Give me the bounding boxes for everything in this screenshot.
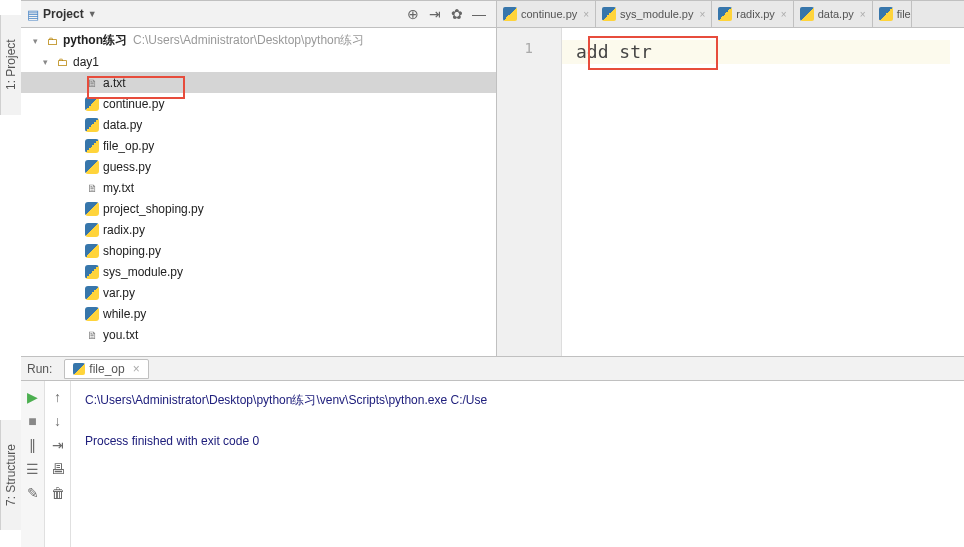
- console-panel: ▶ ■ ‖ ☰ ✎ ↑ ↓ ⇥ 🖶 🗑 C:\Users\Administrat…: [21, 381, 964, 547]
- project-icon: ▤: [27, 7, 39, 22]
- project-header: ▤ Project ▼ ⊕ ⇥ ✿ —: [21, 0, 496, 28]
- file-name: data.py: [103, 118, 142, 132]
- wrap-icon[interactable]: ⇥: [45, 433, 70, 457]
- project-panel: ▤ Project ▼ ⊕ ⇥ ✿ — ▾🗀python练习C:\Users\A…: [21, 0, 497, 356]
- tree-row-guess.py[interactable]: guess.py: [21, 156, 496, 177]
- tab-label: data.py: [818, 8, 854, 20]
- console-controls-left: ▶ ■ ‖ ☰ ✎: [21, 381, 45, 547]
- run-toolbar: Run: file_op ×: [21, 357, 964, 381]
- tree-row-sys_module.py[interactable]: sys_module.py: [21, 261, 496, 282]
- python-icon: [84, 201, 100, 217]
- project-tree[interactable]: ▾🗀python练习C:\Users\Administrator\Desktop…: [21, 28, 496, 356]
- tree-row-file_op.py[interactable]: file_op.py: [21, 135, 496, 156]
- tree-row-python练习[interactable]: ▾🗀python练习C:\Users\Administrator\Desktop…: [21, 30, 496, 51]
- file-name: sys_module.py: [103, 265, 183, 279]
- stop-icon[interactable]: ■: [21, 409, 44, 433]
- file-icon: 🗎: [84, 75, 100, 91]
- trash-icon[interactable]: 🗑: [45, 481, 70, 505]
- twisty-icon[interactable]: ▾: [29, 36, 41, 46]
- tree-row-my.txt[interactable]: 🗎my.txt: [21, 177, 496, 198]
- file-name: shoping.py: [103, 244, 161, 258]
- tree-row-day1[interactable]: ▾🗀day1: [21, 51, 496, 72]
- gutter: 1: [497, 28, 562, 356]
- collapse-icon[interactable]: ⇥: [424, 3, 446, 25]
- hide-icon[interactable]: —: [468, 3, 490, 25]
- chevron-down-icon[interactable]: ▼: [88, 9, 97, 19]
- file-name: file_op.py: [103, 139, 154, 153]
- tree-row-data.py[interactable]: data.py: [21, 114, 496, 135]
- close-icon[interactable]: ×: [133, 362, 140, 376]
- tree-row-continue.py[interactable]: continue.py: [21, 93, 496, 114]
- tree-row-you.txt[interactable]: 🗎you.txt: [21, 324, 496, 345]
- file-name: continue.py: [103, 97, 164, 111]
- close-icon[interactable]: ×: [860, 9, 866, 20]
- folder-icon: 🗀: [44, 33, 60, 49]
- tab-continue-py[interactable]: continue.py×: [497, 1, 596, 27]
- sidetab-project[interactable]: 1: Project: [0, 15, 21, 115]
- python-icon: [84, 243, 100, 259]
- file-name: a.txt: [103, 76, 126, 90]
- python-icon: [718, 7, 732, 21]
- file-icon: 🗎: [84, 180, 100, 196]
- output-line: Process finished with exit code 0: [85, 432, 950, 451]
- python-icon: [84, 96, 100, 112]
- file-name: var.py: [103, 286, 135, 300]
- close-icon[interactable]: ×: [781, 9, 787, 20]
- output-line: C:\Users\Administrator\Desktop\python练习\…: [85, 391, 950, 410]
- file-name: guess.py: [103, 160, 151, 174]
- file-icon: 🗎: [84, 327, 100, 343]
- gear-icon[interactable]: ✿: [446, 3, 468, 25]
- file-name: my.txt: [103, 181, 134, 195]
- tab-sys_module-py[interactable]: sys_module.py×: [596, 1, 712, 27]
- run-tab[interactable]: file_op ×: [64, 359, 148, 379]
- file-name: while.py: [103, 307, 146, 321]
- file-name: day1: [73, 55, 99, 69]
- file-name: python练习: [63, 32, 127, 49]
- file-name: project_shoping.py: [103, 202, 204, 216]
- close-icon[interactable]: ×: [583, 9, 589, 20]
- tab-label: file: [897, 8, 911, 20]
- close-icon[interactable]: ×: [699, 9, 705, 20]
- down-icon[interactable]: ↓: [45, 409, 70, 433]
- python-icon: [602, 7, 616, 21]
- tree-row-while.py[interactable]: while.py: [21, 303, 496, 324]
- python-icon: [84, 222, 100, 238]
- console-output[interactable]: C:\Users\Administrator\Desktop\python练习\…: [71, 381, 964, 547]
- play-icon[interactable]: ▶: [21, 385, 44, 409]
- folder-icon: 🗀: [54, 54, 70, 70]
- frames-icon[interactable]: ☰: [21, 457, 44, 481]
- tree-row-project_shoping.py[interactable]: project_shoping.py: [21, 198, 496, 219]
- python-icon: [84, 138, 100, 154]
- editor-area[interactable]: 1 add str: [497, 28, 964, 356]
- python-icon: [73, 363, 85, 375]
- tab-file[interactable]: file: [873, 1, 912, 27]
- up-icon[interactable]: ↑: [45, 385, 70, 409]
- tree-row-shoping.py[interactable]: shoping.py: [21, 240, 496, 261]
- python-icon: [503, 7, 517, 21]
- tab-label: sys_module.py: [620, 8, 693, 20]
- tree-row-var.py[interactable]: var.py: [21, 282, 496, 303]
- python-icon: [84, 285, 100, 301]
- python-icon: [84, 306, 100, 322]
- tab-label: continue.py: [521, 8, 577, 20]
- python-icon: [84, 117, 100, 133]
- editor-panel: continue.py×sys_module.py×radix.py×data.…: [497, 0, 964, 356]
- pause-icon[interactable]: ‖: [21, 433, 44, 457]
- console-controls-right: ↑ ↓ ⇥ 🖶 🗑: [45, 381, 71, 547]
- tree-row-a.txt[interactable]: 🗎a.txt: [21, 72, 496, 93]
- target-icon[interactable]: ⊕: [402, 3, 424, 25]
- tab-radix-py[interactable]: radix.py×: [712, 1, 793, 27]
- python-icon: [879, 7, 893, 21]
- twisty-icon[interactable]: ▾: [39, 57, 51, 67]
- python-icon: [84, 159, 100, 175]
- line-number: 1: [497, 40, 561, 64]
- editor-tabs: continue.py×sys_module.py×radix.py×data.…: [497, 0, 964, 28]
- file-path: C:\Users\Administrator\Desktop\python练习: [133, 32, 364, 49]
- print-icon[interactable]: 🖶: [45, 457, 70, 481]
- pin-icon[interactable]: ✎: [21, 481, 44, 505]
- run-label: Run:: [27, 362, 52, 376]
- code-text[interactable]: add str: [576, 40, 964, 64]
- tree-row-radix.py[interactable]: radix.py: [21, 219, 496, 240]
- sidetab-structure[interactable]: 7: Structure: [0, 420, 21, 530]
- tab-data-py[interactable]: data.py×: [794, 1, 873, 27]
